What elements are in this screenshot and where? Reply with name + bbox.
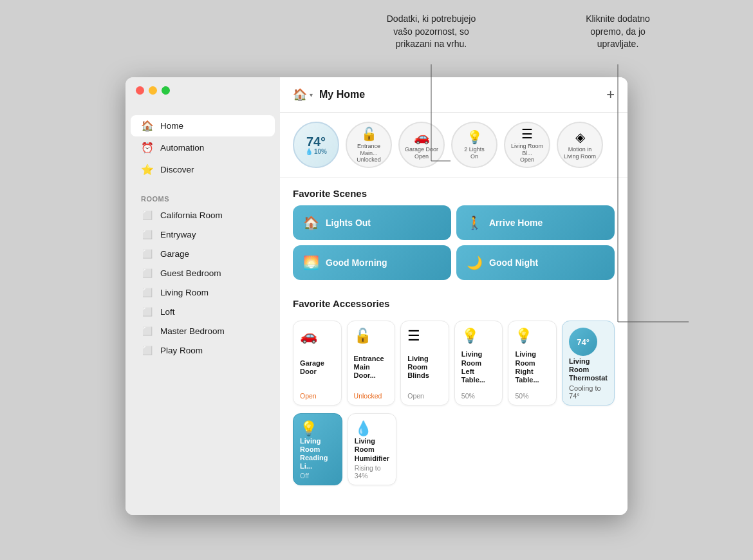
annotation-lines <box>0 0 753 560</box>
